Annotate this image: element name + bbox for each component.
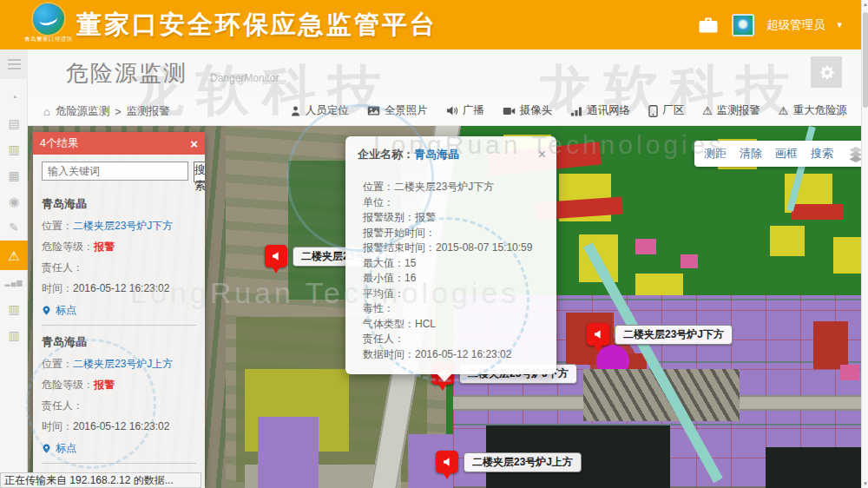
scrollbar-thumb[interactable] xyxy=(863,12,868,108)
sidebar-item-chart[interactable]: ▂▄▆ xyxy=(0,270,28,296)
map-patch xyxy=(770,226,805,256)
field-value: 2016-05-12 16:23:02 xyxy=(73,420,169,432)
dashboard-icon: ◔ xyxy=(10,91,17,103)
alarm-icon: ⚠ xyxy=(8,249,19,262)
field-value: 16 xyxy=(404,272,416,284)
scrollbar[interactable]: ▲ ▼ xyxy=(861,0,868,488)
file-icon: ▥ xyxy=(8,329,19,341)
settings-button[interactable] xyxy=(811,56,842,88)
mark-point-label: 标点 xyxy=(56,441,76,456)
list-item[interactable]: 青岛海晶 位置：二楼夹层23号炉J下方 危险等级：报警 责任人： 时间：2016… xyxy=(42,188,196,325)
list-item[interactable]: 青岛海晶 位置：二楼夹层23号炉J上方 危险等级：报警 责任人： 时间：2016… xyxy=(42,325,196,463)
field-label: 责任人： xyxy=(42,261,83,274)
field-label: 位置： xyxy=(42,358,73,370)
nav-item-label: 广播 xyxy=(463,103,484,118)
field-label: 时间： xyxy=(42,282,73,294)
field-value: 报警 xyxy=(94,379,115,391)
mark-point-link[interactable]: 标点 xyxy=(42,303,196,318)
measure-button[interactable]: 测距 xyxy=(704,146,727,162)
sidebar-item-report[interactable]: ▥ xyxy=(0,136,28,162)
menu-icon xyxy=(8,63,21,65)
status-bar: 正在传输来自 192.168.2.12 的数据... xyxy=(0,472,201,488)
field-label: 责任人： xyxy=(42,399,83,412)
nav-item-broadcast[interactable]: 广播 xyxy=(446,103,484,118)
field-value: 二楼夹层23号炉J下方 xyxy=(394,181,494,193)
pin-icon xyxy=(42,304,51,317)
app-logo: 青岛董家口经济区 xyxy=(23,3,75,43)
page-subtitle: DangerMonitor xyxy=(210,72,279,84)
app-title: 董家口安全环保应急监管平台 xyxy=(76,8,437,43)
nav-row: ⌂ 危险源监测 > 监测报警 人员定位 全景照片 广播 摄像头 xyxy=(28,96,861,126)
field-value: 报警 xyxy=(415,211,436,223)
sidebar-item-dashboard[interactable]: ◔ xyxy=(0,84,28,110)
sidebar-item-preview[interactable]: ◉ xyxy=(0,188,28,214)
eye-icon: ◉ xyxy=(9,195,19,208)
home-icon: ⌂ xyxy=(43,105,50,118)
edit-icon: ✎ xyxy=(9,221,19,234)
map-patch xyxy=(833,237,861,274)
map-patch xyxy=(792,204,844,220)
field-label: 最大值： xyxy=(363,257,404,269)
speaker-icon xyxy=(270,250,282,262)
field-label: 最小值： xyxy=(363,272,404,284)
chart-icon: ▂▄▆ xyxy=(5,280,23,287)
close-icon[interactable]: × xyxy=(538,148,546,162)
breadcrumb-current: 监测报警 xyxy=(127,104,170,119)
mark-point-link[interactable]: 标点 xyxy=(42,441,196,456)
nav-item-factory[interactable]: 厂区 xyxy=(648,103,684,118)
popup-title-label: 企业名称： xyxy=(358,147,414,162)
sidebar-menu-toggle[interactable] xyxy=(0,49,28,79)
map-search-button[interactable]: 搜索 xyxy=(811,146,833,162)
sidebar-item-monitor-alarm[interactable]: ⚠ xyxy=(0,241,28,270)
user-menu[interactable]: 超级管理员 xyxy=(766,17,825,33)
briefcase-icon[interactable] xyxy=(697,16,720,34)
field-label: 数据时间： xyxy=(363,348,415,360)
close-icon[interactable]: × xyxy=(190,136,198,151)
sidebar-item-clipboard[interactable]: ▤ xyxy=(0,110,28,136)
chevron-down-icon[interactable]: ▾ xyxy=(837,19,842,30)
report-file-icon: ▥ xyxy=(8,143,19,155)
nav-item-network[interactable]: 通讯网络 xyxy=(570,103,630,118)
alarm-marker-icon[interactable] xyxy=(436,451,458,473)
marker-label[interactable]: 二楼夹层23号炉J下方 xyxy=(615,325,733,345)
nav-item-panorama[interactable]: 全景照片 xyxy=(367,103,428,118)
avatar[interactable] xyxy=(732,14,754,36)
field-label: 单位： xyxy=(363,196,394,208)
calendar-icon: ▦ xyxy=(8,169,19,181)
nav-item-major-hazard[interactable]: ⚠ 重大危险源 xyxy=(779,103,847,118)
keyword-search-input[interactable] xyxy=(42,162,188,181)
field-value: 报警 xyxy=(94,241,115,253)
map-patch xyxy=(681,254,698,268)
field-value: 二楼夹层23号炉J上方 xyxy=(73,358,173,370)
map-marker: 二楼夹层23号炉J上方 xyxy=(436,451,458,473)
breadcrumb-root[interactable]: 危险源监测 xyxy=(56,104,110,119)
nav-item-camera[interactable]: 摄像头 xyxy=(503,103,553,118)
nav-item-label: 厂区 xyxy=(662,103,684,118)
alarm-marker-icon[interactable] xyxy=(587,323,609,346)
field-value: 2015-08-07 15:10:59 xyxy=(436,241,532,254)
app-window: 二楼夹层23号炉J下方 二楼夹层23号炉J下方 二楼夹层23号炉J下方 二楼夹层… xyxy=(0,0,868,488)
nav-item-label: 摄像头 xyxy=(520,103,553,118)
scroll-up-icon[interactable]: ▲ xyxy=(862,2,868,7)
pin-icon xyxy=(42,442,51,455)
sidebar-item-file-2[interactable]: ▥ xyxy=(0,322,28,348)
breadcrumb-separator: > xyxy=(115,106,121,118)
draw-box-button[interactable]: 画框 xyxy=(775,146,798,162)
clipboard-icon: ▤ xyxy=(8,117,19,129)
map-marker: 二楼夹层23号炉J下方 xyxy=(587,323,609,346)
clear-button[interactable]: 清除 xyxy=(740,146,762,162)
sidebar-item-edit[interactable]: ✎ xyxy=(0,214,28,241)
factory-icon xyxy=(648,105,658,117)
nav-item-monitor-alarm[interactable]: ⚠ 监测报警 xyxy=(702,103,760,118)
search-button[interactable]: 搜索 xyxy=(194,162,205,182)
marker-label[interactable]: 二楼夹层23号炉J上方 xyxy=(464,452,582,472)
nav-item-person-locate[interactable]: 人员定位 xyxy=(290,103,349,118)
sidebar-item-file-1[interactable]: ▥ xyxy=(0,296,28,322)
mark-point-label: 标点 xyxy=(56,303,76,318)
breadcrumb: ⌂ 危险源监测 > 监测报警 xyxy=(43,104,170,119)
alarm-marker-icon[interactable] xyxy=(265,245,287,267)
sidebar-item-calendar[interactable]: ▦ xyxy=(0,162,28,188)
scroll-down-icon[interactable]: ▼ xyxy=(862,481,868,486)
speaker-icon xyxy=(441,456,453,468)
field-label: 报警开始时间： xyxy=(363,227,436,239)
